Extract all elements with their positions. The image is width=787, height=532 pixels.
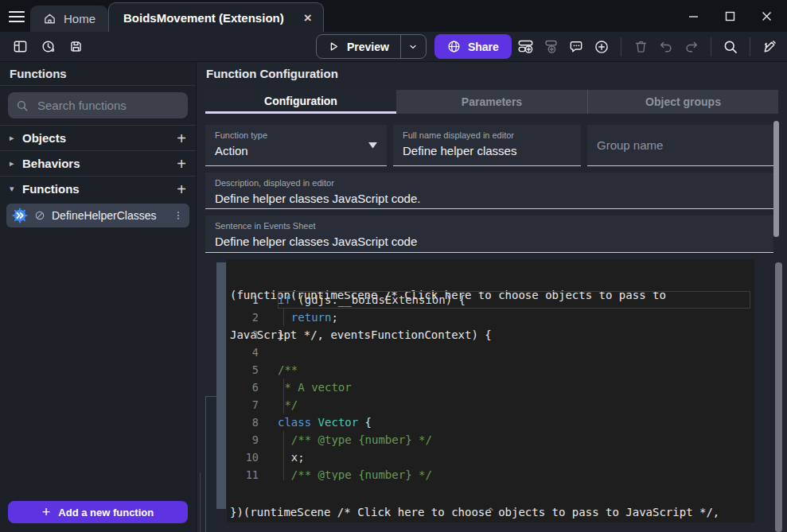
tab-configuration[interactable]: Configuration [205, 90, 396, 114]
field-value: Action [215, 144, 377, 157]
dropdown-arrow-icon [368, 142, 377, 149]
line-number: 8 [227, 416, 259, 429]
home-icon [43, 12, 56, 25]
code-line[interactable]: 8class Vector { [227, 414, 754, 431]
redo-icon[interactable] [680, 36, 703, 58]
add-circle-icon[interactable] [590, 36, 613, 58]
function-configuration-panel: Function Configuration Configuration Par… [197, 62, 787, 532]
maximize-icon[interactable] [720, 6, 739, 25]
code-line[interactable]: 4 [227, 344, 754, 361]
function-type-select[interactable]: Function type Action [205, 125, 387, 166]
line-number: 7 [227, 398, 259, 411]
add-new-function-button[interactable]: + Add a new function [8, 501, 188, 523]
tab-home-label: Home [64, 12, 95, 25]
app-window: Home BoidsMovement (Extension) × [0, 0, 787, 532]
line-number: 3 [227, 328, 259, 341]
code-line[interactable]: 6 * A vector [227, 379, 754, 396]
preview-dropdown-button[interactable] [400, 35, 426, 58]
line-number: 11 [227, 468, 259, 480]
description-field[interactable]: Description, displayed in editor Define … [205, 173, 773, 209]
save-icon[interactable] [64, 36, 87, 58]
add-subevent-icon[interactable] [540, 36, 562, 58]
functions-sidebar: Functions ▸ Objects + ▸ Behaviors + ▾ Fu… [0, 62, 197, 532]
code-line[interactable]: 2 return; [227, 309, 754, 326]
add-comment-icon[interactable] [565, 36, 587, 58]
private-function-icon [34, 210, 45, 221]
preview-button[interactable]: Preview [316, 34, 427, 59]
delete-icon[interactable] [629, 36, 652, 58]
panel-title: Function Configuration [206, 67, 338, 80]
event-drag-handle[interactable] [216, 262, 226, 509]
search-functions-input[interactable] [36, 98, 197, 113]
section-label: Behaviors [22, 157, 177, 170]
tab-object-groups[interactable]: Object groups [587, 90, 778, 114]
sidebar-section-functions[interactable]: ▾ Functions + [0, 176, 196, 201]
field-value: Define helper classes JavaScript code [215, 235, 764, 248]
search-icon [16, 99, 29, 112]
configuration-scrollbar[interactable] [773, 121, 779, 237]
add-event-icon[interactable] [514, 36, 536, 58]
field-value: Define helper classes JavaScript code. [215, 192, 764, 205]
sidebar-section-behaviors[interactable]: ▸ Behaviors + [0, 150, 196, 176]
menu-icon[interactable] [6, 6, 27, 27]
tab-home[interactable]: Home [30, 6, 108, 32]
collapse-caret-icon[interactable]: ^ [227, 506, 754, 518]
code-line[interactable]: 11 /** @type {number} */ [227, 466, 754, 480]
line-number: 9 [227, 433, 259, 446]
event-outline [200, 472, 201, 532]
chevron-right-icon: ▸ [10, 133, 22, 143]
share-label: Share [468, 41, 499, 53]
tab-project[interactable]: BoidsMovement (Extension) × [108, 2, 324, 32]
group-name-field[interactable]: Group name [587, 125, 773, 166]
field-label: Full name displayed in editor [403, 130, 571, 140]
full-name-field[interactable]: Full name displayed in editor Define hel… [393, 125, 581, 166]
sidebar-section-objects[interactable]: ▸ Objects + [0, 125, 196, 150]
line-number: 4 [227, 346, 259, 359]
section-label: Functions [22, 182, 177, 196]
add-new-function-label: Add a new function [58, 507, 154, 518]
close-window-icon[interactable] [757, 6, 776, 25]
history-icon[interactable] [37, 36, 59, 58]
code-line[interactable]: 3} [227, 326, 754, 344]
sentence-field[interactable]: Sentence in Events Sheet Define helper c… [205, 216, 773, 253]
function-item-selected[interactable]: DefineHelperClasses [6, 204, 189, 227]
globe-icon [447, 40, 461, 53]
field-label: Function type [215, 130, 377, 140]
tab-parameters[interactable]: Parameters [396, 90, 587, 114]
line-number: 10 [227, 451, 259, 464]
line-number: 6 [227, 381, 259, 394]
function-item-label: DefineHelperClasses [52, 209, 166, 222]
chevron-down-icon: ▾ [10, 184, 22, 194]
project-manager-icon[interactable] [9, 36, 31, 58]
search-icon[interactable] [719, 36, 742, 58]
javascript-code-editor[interactable]: (function(runtimeScene /* Click here to … [227, 259, 754, 522]
search-functions-box[interactable] [8, 92, 188, 118]
function-action-icon [12, 208, 28, 223]
line-number: 2 [227, 311, 259, 324]
events-sheet-scrollbar[interactable] [775, 262, 782, 532]
code-line[interactable]: 1if (gdjs.__boidsExtension) { [227, 291, 754, 309]
event-outline [205, 396, 206, 532]
title-tab-bar: Home BoidsMovement (Extension) × [0, 0, 787, 32]
more-options-icon[interactable] [173, 209, 184, 222]
close-tab-icon[interactable]: × [304, 11, 312, 25]
window-controls [684, 0, 776, 32]
add-behavior-icon[interactable]: + [177, 156, 186, 172]
code-line[interactable]: 7 */ [227, 396, 754, 414]
configuration-tabs: Configuration Parameters Object groups [205, 90, 778, 114]
toolbar-divider [750, 37, 750, 56]
add-function-icon[interactable]: + [177, 181, 186, 197]
field-placeholder: Group name [597, 138, 663, 152]
minimize-icon[interactable] [684, 6, 703, 25]
edit-extension-icon[interactable] [758, 36, 781, 58]
play-icon [328, 41, 340, 52]
toolbar-divider [711, 37, 711, 56]
undo-icon[interactable] [655, 36, 677, 58]
code-line[interactable]: 9 /** @type {number} */ [227, 431, 754, 449]
add-object-icon[interactable]: + [177, 130, 186, 146]
code-lines-area[interactable]: 1if (gdjs.__boidsExtension) {2 return;3}… [227, 291, 754, 480]
code-line[interactable]: 10 x; [227, 449, 754, 466]
code-line[interactable]: 5/** [227, 361, 754, 379]
sidebar-title: Functions [0, 62, 196, 86]
share-button[interactable]: Share [434, 34, 512, 59]
